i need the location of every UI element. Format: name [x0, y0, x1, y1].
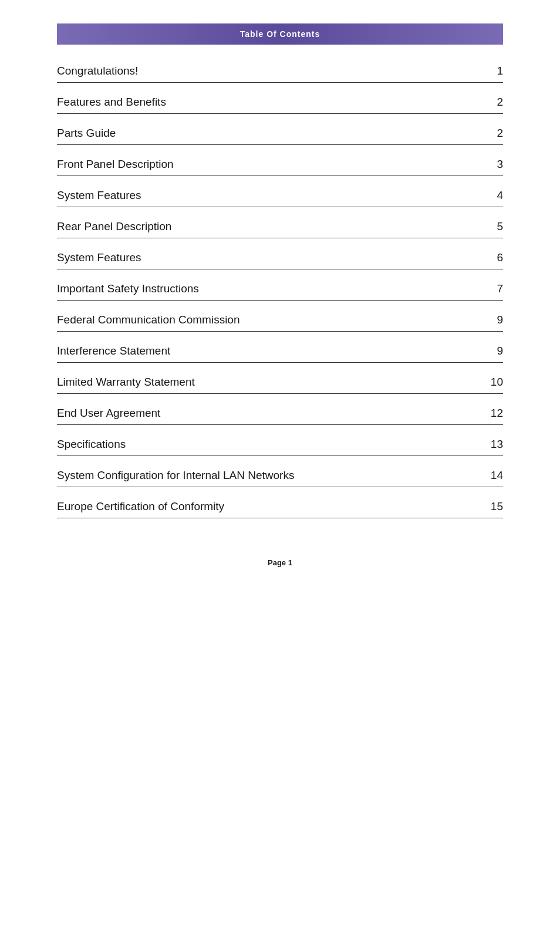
- toc-item: Limited Warranty Statement10: [57, 367, 503, 394]
- toc-item-page: 2: [487, 96, 503, 109]
- toc-item-page: 2: [487, 127, 503, 140]
- toc-item: Features and Benefits2: [57, 87, 503, 114]
- toc-item-page: 5: [487, 220, 503, 233]
- toc-item: Important Safety Instructions7: [57, 274, 503, 301]
- toc-item-label: Features and Benefits: [57, 96, 487, 109]
- toc-list: Congratulations!1Features and Benefits2P…: [57, 56, 503, 523]
- toc-item: End User Agreement12: [57, 399, 503, 425]
- toc-item: System Configuration for Internal LAN Ne…: [57, 461, 503, 487]
- toc-item-page: 14: [486, 469, 503, 482]
- page-container: Table Of Contents Congratulations!1Featu…: [57, 0, 503, 591]
- toc-item-label: System Configuration for Internal LAN Ne…: [57, 469, 486, 482]
- toc-item: Specifications13: [57, 430, 503, 456]
- toc-item-page: 6: [487, 251, 503, 264]
- toc-item: Congratulations!1: [57, 56, 503, 83]
- toc-item-label: Federal Communication Commission: [57, 313, 487, 326]
- toc-item-page: 4: [487, 189, 503, 202]
- toc-item-label: Rear Panel Description: [57, 220, 487, 233]
- toc-item-label: Important Safety Instructions: [57, 282, 487, 295]
- table-of-contents-header: Table Of Contents: [57, 23, 503, 45]
- toc-item: Federal Communication Commission9: [57, 305, 503, 332]
- toc-item-label: Europe Certification of Conformity: [57, 500, 486, 513]
- toc-item-label: End User Agreement: [57, 407, 486, 420]
- toc-item: Parts Guide2: [57, 119, 503, 145]
- toc-item-page: 3: [487, 158, 503, 171]
- toc-item-page: 1: [487, 65, 503, 77]
- toc-item-label: Front Panel Description: [57, 158, 487, 171]
- toc-item-label: Limited Warranty Statement: [57, 376, 486, 389]
- toc-item-page: 9: [487, 313, 503, 326]
- toc-item-page: 12: [486, 407, 503, 420]
- toc-item-label: Parts Guide: [57, 127, 487, 140]
- toc-item: System Features6: [57, 243, 503, 269]
- toc-item-page: 9: [487, 345, 503, 357]
- page-footer: Page 1: [57, 523, 503, 567]
- toc-item-page: 7: [487, 282, 503, 295]
- toc-item: Europe Certification of Conformity15: [57, 492, 503, 518]
- page-number: Page 1: [268, 558, 292, 567]
- toc-item-label: System Features: [57, 189, 487, 202]
- toc-item: Rear Panel Description5: [57, 212, 503, 238]
- toc-item-page: 10: [486, 376, 503, 389]
- toc-item-label: Congratulations!: [57, 65, 487, 77]
- toc-item: Front Panel Description3: [57, 150, 503, 176]
- header-title: Table Of Contents: [240, 29, 321, 39]
- toc-item-label: Interference Statement: [57, 345, 487, 357]
- toc-item-label: Specifications: [57, 438, 486, 451]
- toc-item: System Features4: [57, 181, 503, 207]
- toc-item-page: 13: [486, 438, 503, 451]
- toc-item: Interference Statement9: [57, 336, 503, 363]
- toc-item-label: System Features: [57, 251, 487, 264]
- toc-item-page: 15: [486, 500, 503, 513]
